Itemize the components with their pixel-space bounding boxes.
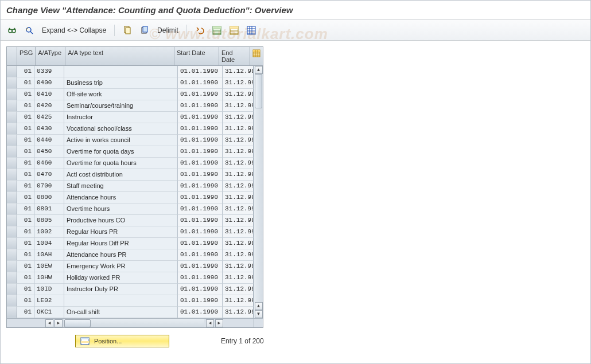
cell-aa-type[interactable]: 10EW — [34, 261, 64, 272]
cell-start-date[interactable]: 01.01.1990 — [178, 158, 223, 169]
cell-aa-type-text[interactable]: On-call shift — [64, 307, 178, 318]
cell-aa-type[interactable]: 1004 — [34, 238, 64, 249]
row-selector[interactable] — [7, 77, 17, 89]
row-selector[interactable] — [7, 238, 17, 249]
cell-aa-type-text[interactable]: Business trip — [64, 77, 178, 89]
cell-end-date[interactable]: 31.12.99 — [223, 77, 254, 89]
cell-end-date[interactable]: 31.12.99 — [223, 66, 254, 77]
cell-end-date[interactable]: 31.12.99 — [223, 249, 254, 261]
cell-psg[interactable]: 01 — [17, 158, 34, 169]
row-selector[interactable] — [7, 66, 17, 77]
refresh-button[interactable] — [22, 25, 36, 36]
cell-end-date[interactable]: 31.12.99 — [223, 284, 254, 295]
cell-aa-type-text[interactable]: Instructor — [64, 112, 178, 123]
cell-start-date[interactable]: 01.01.1990 — [178, 295, 223, 307]
cell-aa-type-text[interactable]: Attendance hours — [64, 192, 178, 203]
row-selector[interactable] — [7, 261, 17, 272]
cell-psg[interactable]: 01 — [17, 272, 34, 284]
cell-psg[interactable]: 01 — [17, 215, 34, 226]
cell-psg[interactable]: 01 — [17, 89, 34, 100]
cell-start-date[interactable]: 01.01.1990 — [178, 112, 223, 123]
vscroll-thumb[interactable] — [255, 74, 262, 108]
cell-start-date[interactable]: 01.01.1990 — [178, 249, 223, 261]
cell-aa-type[interactable]: 0440 — [34, 135, 64, 146]
cell-aa-type-text[interactable]: Emergency Work PR — [64, 261, 178, 272]
cell-aa-type[interactable]: 10ID — [34, 284, 64, 295]
cell-end-date[interactable]: 31.12.99 — [223, 272, 254, 284]
cell-aa-type[interactable]: 0450 — [34, 146, 64, 158]
col-aa-type-text[interactable]: A/A type text — [65, 47, 174, 65]
row-selector[interactable] — [7, 123, 17, 135]
cell-start-date[interactable]: 01.01.1990 — [178, 284, 223, 295]
details-button[interactable] — [5, 25, 19, 36]
row-selector[interactable] — [7, 146, 17, 158]
cell-end-date[interactable]: 31.12.99 — [223, 123, 254, 135]
scroll-down-button[interactable]: ▼ — [255, 310, 263, 318]
cell-start-date[interactable]: 01.01.1990 — [178, 261, 223, 272]
cell-aa-type-text[interactable]: Productive hours CO — [64, 215, 178, 226]
cell-aa-type[interactable]: 0420 — [34, 100, 64, 112]
cell-psg[interactable]: 01 — [17, 146, 34, 158]
vscroll-track[interactable] — [254, 74, 263, 302]
col-row-selector[interactable] — [7, 47, 17, 65]
scroll-page-up-button[interactable]: ▲ — [255, 302, 263, 310]
cell-start-date[interactable]: 01.01.1990 — [178, 307, 223, 318]
row-selector[interactable] — [7, 272, 17, 284]
col-psg[interactable]: PSG — [17, 47, 36, 65]
expand-collapse-button[interactable]: Expand <-> Collapse — [40, 25, 108, 36]
cell-start-date[interactable]: 01.01.1990 — [178, 215, 223, 226]
cell-psg[interactable]: 01 — [17, 123, 34, 135]
cell-start-date[interactable]: 01.01.1990 — [178, 89, 223, 100]
cell-aa-type[interactable]: 0470 — [34, 169, 64, 181]
cell-aa-type[interactable]: 10HW — [34, 272, 64, 284]
cell-aa-type[interactable]: 10AH — [34, 249, 64, 261]
cell-start-date[interactable]: 01.01.1990 — [178, 226, 223, 238]
row-selector[interactable] — [7, 100, 17, 112]
cell-psg[interactable]: 01 — [17, 238, 34, 249]
cell-end-date[interactable]: 31.12.99 — [223, 307, 254, 318]
cell-start-date[interactable]: 01.01.1990 — [178, 203, 223, 215]
cell-aa-type-text[interactable]: Actl cost distribution — [64, 169, 178, 181]
hscroll-col-left-button[interactable]: ◄ — [206, 319, 214, 327]
cell-psg[interactable]: 01 — [17, 169, 34, 181]
cell-end-date[interactable]: 31.12.99 — [223, 89, 254, 100]
cell-psg[interactable]: 01 — [17, 112, 34, 123]
hscroll-col-right-button[interactable]: ► — [215, 319, 223, 327]
row-selector[interactable] — [7, 192, 17, 203]
deselect-all-button[interactable] — [227, 25, 241, 36]
cell-end-date[interactable]: 31.12.99 — [223, 226, 254, 238]
cell-aa-type-text[interactable] — [64, 66, 178, 77]
cell-end-date[interactable]: 31.12.99 — [223, 146, 254, 158]
cell-psg[interactable]: 01 — [17, 249, 34, 261]
cell-psg[interactable]: 01 — [17, 284, 34, 295]
cell-psg[interactable]: 01 — [17, 203, 34, 215]
cell-end-date[interactable]: 31.12.99 — [223, 112, 254, 123]
cell-psg[interactable]: 01 — [17, 66, 34, 77]
copy-button[interactable] — [138, 25, 151, 36]
cell-aa-type-text[interactable]: Overtime for quota days — [64, 146, 178, 158]
hscroll-thumb[interactable] — [64, 319, 91, 327]
cell-aa-type-text[interactable]: Regular Hours Diff PR — [64, 238, 178, 249]
select-all-button[interactable] — [210, 25, 224, 36]
cell-aa-type-text[interactable]: Off-site work — [64, 89, 178, 100]
cell-start-date[interactable]: 01.01.1990 — [178, 77, 223, 89]
cell-aa-type[interactable]: 1002 — [34, 226, 64, 238]
cell-aa-type-text[interactable] — [64, 295, 178, 307]
delimit-button[interactable]: Delimit — [155, 25, 181, 36]
cell-end-date[interactable]: 31.12.99 — [223, 100, 254, 112]
cell-start-date[interactable]: 01.01.1990 — [178, 238, 223, 249]
grid-config-button[interactable] — [250, 47, 263, 65]
cell-aa-type[interactable]: 0700 — [34, 181, 64, 192]
cell-aa-type-text[interactable]: Holiday worked PR — [64, 272, 178, 284]
cell-end-date[interactable]: 31.12.99 — [223, 295, 254, 307]
hscroll-track[interactable] — [64, 319, 204, 327]
hscroll-right-step-button[interactable]: ► — [55, 319, 63, 327]
col-aa-type[interactable]: A/AType — [36, 47, 65, 65]
cell-start-date[interactable]: 01.01.1990 — [178, 135, 223, 146]
cell-psg[interactable]: 01 — [17, 226, 34, 238]
cell-end-date[interactable]: 31.12.99 — [223, 261, 254, 272]
row-selector[interactable] — [7, 135, 17, 146]
cell-psg[interactable]: 01 — [17, 100, 34, 112]
cell-start-date[interactable]: 01.01.1990 — [178, 272, 223, 284]
row-selector[interactable] — [7, 249, 17, 261]
